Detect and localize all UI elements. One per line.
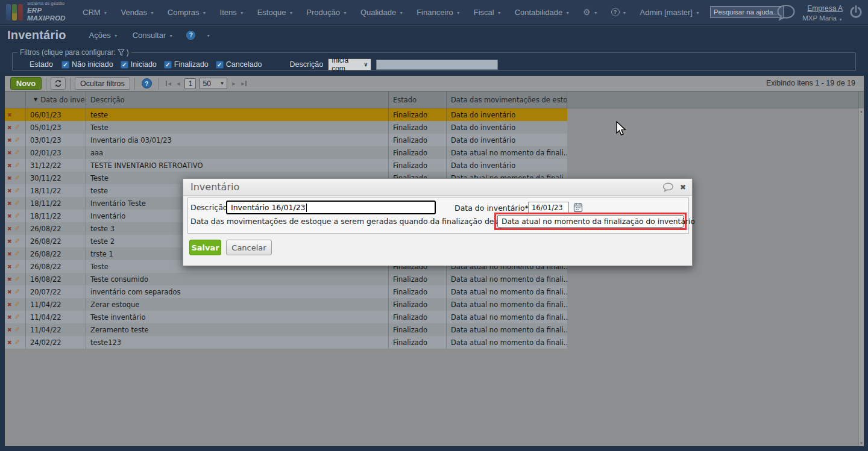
grid-header-movimentacoes[interactable]: Data das movimentações de estoqu: [447, 92, 567, 108]
power-icon[interactable]: [849, 5, 863, 20]
help-menu[interactable]: ? ▼: [605, 8, 634, 16]
edit-row-icon[interactable]: ✎: [14, 326, 20, 334]
delete-row-icon[interactable]: ✖: [7, 251, 12, 257]
delete-row-icon[interactable]: ✖: [7, 125, 12, 131]
table-row[interactable]: ✖ ✎ 02/01/23 aaa Finalizado Data atual n…: [5, 146, 567, 159]
page-help-icon[interactable]: ?: [186, 31, 195, 40]
table-row[interactable]: ✖ ✎ 05/01/23 Teste Finalizado Data do in…: [5, 121, 567, 134]
vertical-scrollbar[interactable]: ▲ ▼: [858, 108, 864, 446]
edit-row-icon[interactable]: ✎: [14, 161, 20, 169]
edit-row-icon[interactable]: ✎: [14, 250, 20, 258]
prev-page-icon[interactable]: ◄: [176, 81, 181, 87]
table-row[interactable]: ✖ ✎ 11/04/22 Teste inventário Finalizado…: [5, 311, 567, 323]
edit-row-icon[interactable]: ✎: [14, 225, 20, 232]
checkbox-icon[interactable]: ✓: [164, 61, 172, 69]
chevron-down-icon[interactable]: ▼: [206, 34, 210, 38]
edit-row-icon[interactable]: ✎: [14, 199, 20, 207]
table-row[interactable]: ✖ ✎ 11/04/22 Zerar estoque Finalizado Da…: [5, 298, 567, 311]
admin-menu[interactable]: Admin [master] ▼: [634, 8, 706, 17]
checkbox-icon[interactable]: ✓: [121, 61, 128, 69]
edit-row-icon[interactable]: ✎: [14, 313, 20, 321]
edit-row-icon[interactable]: ✎: [14, 174, 20, 182]
edit-row-icon[interactable]: ✎: [14, 136, 20, 144]
delete-row-icon[interactable]: ✖: [7, 213, 12, 219]
movimentacoes-select[interactable]: Data atual no momento da finalização do …: [497, 215, 684, 228]
delete-row-icon[interactable]: ✖: [7, 289, 12, 295]
delete-row-icon[interactable]: ✖: [7, 327, 12, 333]
edit-row-icon[interactable]: ✎: [14, 149, 20, 157]
topnav-menu-produção[interactable]: Produção▼: [300, 8, 354, 17]
edit-row-icon[interactable]: ✎: [14, 288, 20, 296]
dialog-comment-icon[interactable]: [662, 182, 674, 192]
delete-row-icon[interactable]: ✖: [7, 175, 12, 181]
table-row[interactable]: ✖ ✎ 20/07/22 inventário com separados Fi…: [5, 285, 567, 298]
topnav-menu-financeiro[interactable]: Financeiro▼: [410, 8, 467, 17]
scroll-up-icon[interactable]: ▲: [859, 110, 864, 113]
table-row[interactable]: ✖ ✎ 24/02/22 teste123 Finalizado Data at…: [5, 336, 567, 349]
settings-menu[interactable]: ⚙ ▼: [576, 7, 605, 17]
edit-row-icon[interactable]: ✎: [14, 338, 20, 346]
table-row[interactable]: ✖ ✎ 16/08/22 Teste consumido Finalizado …: [5, 273, 567, 285]
edit-row-icon[interactable]: ✎: [14, 187, 20, 194]
toolbar-help-icon[interactable]: ?: [142, 78, 152, 89]
grid-header-estado[interactable]: Estado: [389, 92, 447, 108]
descricao-operator-select[interactable]: Inicia com ∨: [328, 58, 371, 70]
first-page-icon[interactable]: ◄: [166, 81, 172, 87]
delete-row-icon[interactable]: ✖: [7, 226, 12, 232]
next-page-icon[interactable]: ►: [231, 81, 236, 87]
dialog-header[interactable]: Inventário ✖: [183, 179, 692, 196]
checkbox-icon[interactable]: ✓: [216, 61, 224, 69]
delete-row-icon[interactable]: ✖: [7, 276, 12, 282]
app-logo[interactable]: Sistema de gestão ERP MAXIPROD: [6, 1, 71, 22]
hide-filters-button[interactable]: Ocultar filtros: [75, 77, 130, 90]
help-search-input[interactable]: [710, 6, 784, 18]
delete-row-icon[interactable]: ✖: [7, 137, 12, 143]
descricao-filter-input[interactable]: [376, 60, 498, 70]
refresh-button[interactable]: [51, 77, 66, 90]
grid-header-descricao[interactable]: Descrição: [86, 92, 389, 108]
new-button[interactable]: Novo: [10, 77, 42, 90]
topnav-menu-compras[interactable]: Compras▼: [161, 8, 213, 17]
estado-checkbox-iniciado[interactable]: ✓Iniciado: [121, 60, 157, 69]
delete-row-icon[interactable]: ✖: [7, 264, 12, 270]
delete-row-icon[interactable]: ✖: [7, 163, 12, 169]
save-button[interactable]: Salvar: [189, 240, 221, 255]
delete-row-icon[interactable]: ✖: [7, 112, 12, 118]
delete-row-icon[interactable]: ✖: [7, 238, 12, 244]
chat-bubble-icon[interactable]: [776, 4, 796, 22]
acoes-menu[interactable]: Ações ▼: [83, 31, 124, 40]
topnav-menu-qualidade[interactable]: Qualidade▼: [354, 8, 410, 17]
page-number-box[interactable]: 1: [184, 78, 196, 89]
dialog-close-icon[interactable]: ✖: [680, 183, 686, 191]
data-inventario-input[interactable]: 16/01/23: [528, 202, 569, 214]
filters-legend[interactable]: Filtros (clique para configurar: ): [17, 48, 131, 57]
edit-row-icon[interactable]: ✎: [14, 111, 20, 119]
estado-checkbox-cancelado[interactable]: ✓Cancelado: [216, 60, 262, 69]
topnav-menu-fiscal[interactable]: Fiscal▼: [467, 8, 508, 17]
edit-row-icon[interactable]: ✎: [14, 123, 20, 131]
edit-row-icon[interactable]: ✎: [14, 263, 20, 270]
topnav-menu-itens[interactable]: Itens▼: [213, 8, 251, 17]
topnav-menu-vendas[interactable]: Vendas▼: [115, 8, 161, 17]
user-menu[interactable]: MXP Maria ▼: [802, 14, 843, 22]
topnav-menu-contabilidade[interactable]: Contabilidade▼: [508, 8, 576, 17]
delete-row-icon[interactable]: ✖: [7, 201, 12, 207]
grid-header-date[interactable]: ▼ Data do invent: [26, 92, 86, 108]
delete-row-icon[interactable]: ✖: [7, 314, 12, 320]
consultar-menu[interactable]: Consultar ▼: [127, 31, 180, 40]
edit-row-icon[interactable]: ✎: [14, 237, 20, 245]
edit-row-icon[interactable]: ✎: [14, 212, 20, 220]
estado-checkbox-finalizado[interactable]: ✓Finalizado: [164, 60, 209, 69]
delete-row-icon[interactable]: ✖: [7, 302, 12, 308]
page-size-select[interactable]: 50 ▼: [200, 78, 227, 89]
descricao-field-input[interactable]: Inventário 16/01/23: [226, 201, 436, 214]
topnav-menu-crm[interactable]: CRM▼: [76, 8, 115, 17]
delete-row-icon[interactable]: ✖: [7, 150, 12, 156]
table-row[interactable]: ✖ ✎ 31/12/22 TESTE INVENTARIO RETROATIVO…: [5, 159, 567, 172]
table-row[interactable]: ✖ ✎ 11/04/22 Zeramento teste Finalizado …: [5, 323, 567, 336]
delete-row-icon[interactable]: ✖: [7, 340, 12, 346]
company-link[interactable]: Empresa A: [807, 4, 843, 13]
table-row[interactable]: ✖ ✎ 06/01/23 teste Finalizado Data do in…: [5, 108, 567, 121]
checkbox-icon[interactable]: ✓: [61, 61, 69, 69]
edit-row-icon[interactable]: ✎: [14, 275, 20, 283]
